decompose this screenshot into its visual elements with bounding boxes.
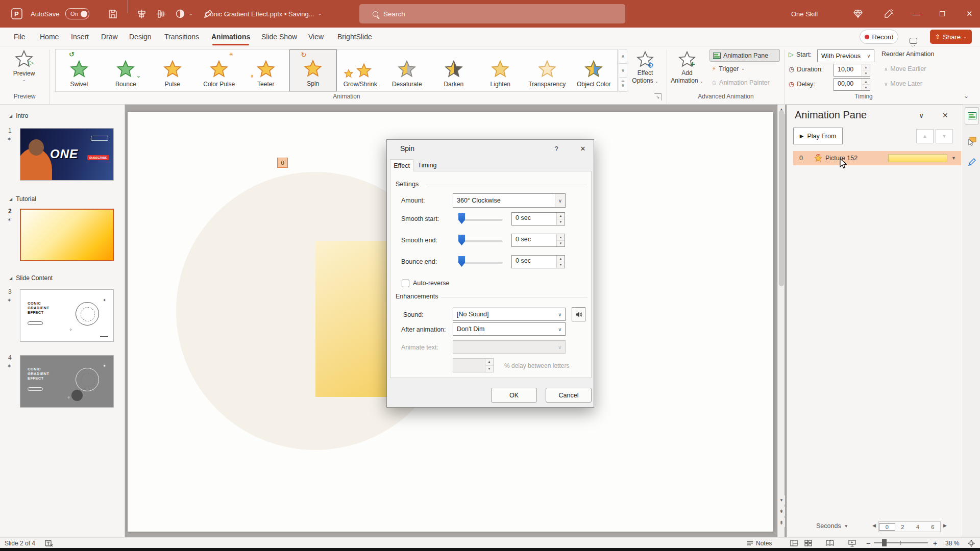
tab-file[interactable]: File — [14, 28, 26, 46]
trigger-button[interactable]: ⚡ Trigger⌄ — [712, 65, 745, 72]
tab-home[interactable]: Home — [40, 28, 59, 46]
effect-transparency[interactable]: Transparency — [524, 49, 571, 91]
shape-fill-icon[interactable] — [176, 0, 185, 28]
move-later-button[interactable]: ∨ Move Later — [884, 80, 922, 87]
effect-bounce[interactable]: ⌄ Bounce — [103, 49, 150, 91]
stepper-up-icon[interactable]: ▲ — [557, 256, 565, 262]
section-tutorial[interactable]: ◢ Tutorial — [9, 195, 36, 203]
tab-view[interactable]: View — [308, 28, 324, 46]
move-down-button[interactable]: ▼ — [936, 129, 953, 143]
animation-order-badge[interactable]: 0 — [277, 158, 288, 168]
stepper-up-icon[interactable]: ▲ — [557, 234, 565, 241]
effect-pulse[interactable]: Pulse — [149, 49, 196, 91]
delay-stepper[interactable]: 00,00 ▲▼ — [834, 78, 870, 91]
autosave-toggle[interactable]: On — [65, 0, 89, 28]
smooth-end-stepper[interactable]: 0 sec ▲▼ — [511, 234, 565, 247]
ink-tools-button[interactable] — [965, 153, 979, 170]
bounce-end-slider[interactable] — [459, 262, 503, 264]
dialog-launcher-icon[interactable]: ↘ — [654, 93, 662, 101]
title-dropdown-icon[interactable]: ⌄ — [318, 11, 322, 16]
move-up-button[interactable]: ▲ — [916, 129, 934, 143]
slide-4-animation-icon[interactable]: ✶ — [7, 363, 11, 369]
scroll-down-icon[interactable]: ▼ — [778, 495, 785, 505]
sound-volume-button[interactable] — [572, 307, 585, 321]
normal-view-button[interactable] — [790, 538, 798, 548]
section-slide-content[interactable]: ◢ Slide Content — [9, 274, 53, 282]
share-button[interactable]: ⇧ Share ⌄ — [930, 30, 972, 44]
item-timeline-bar[interactable] — [888, 154, 947, 162]
auto-reverse-checkbox[interactable] — [402, 280, 409, 287]
canvas-vertical-scrollbar[interactable]: ▲ ▼ ⇞ ⇟ — [777, 105, 785, 537]
pane-close-icon[interactable]: ✕ — [942, 111, 948, 119]
slide-3-animation-icon[interactable]: ✶ — [7, 297, 11, 303]
duration-up-icon[interactable]: ▲ — [862, 64, 870, 70]
reading-view-button[interactable] — [826, 538, 834, 548]
minimize-button[interactable]: — — [913, 0, 920, 28]
add-animation-button[interactable]: + Add Animation ⌄ — [670, 51, 704, 85]
start-select[interactable]: With Previous∨ — [817, 49, 874, 62]
animation-pane-button[interactable]: Animation Pane — [709, 49, 780, 62]
duration-down-icon[interactable]: ▼ — [862, 70, 870, 76]
tab-brightslide[interactable]: BrightSlide — [337, 28, 372, 46]
previous-slide-icon[interactable]: ⇞ — [778, 507, 785, 516]
align-middle-icon[interactable] — [156, 0, 166, 28]
slide-3-thumbnail[interactable]: CONIC GRADIENT EFFECT ✦ ✧ — [20, 289, 114, 342]
stepper-down-icon[interactable]: ▼ — [557, 219, 565, 226]
smooth-start-slider[interactable] — [459, 219, 503, 221]
smooth-start-stepper[interactable]: 0 sec ▲▼ — [511, 212, 565, 226]
zoom-slider[interactable] — [874, 538, 928, 548]
timeline-right-icon[interactable]: ▶ — [943, 523, 947, 528]
fit-slide-button[interactable] — [967, 538, 975, 548]
selection-pane-button[interactable] — [965, 133, 979, 150]
effect-grow-shrink[interactable]: Grow/Shrink — [337, 49, 384, 91]
close-button[interactable]: ✕ — [966, 0, 973, 28]
collapse-ribbon-icon[interactable]: ⌄ — [964, 92, 969, 99]
cancel-button[interactable]: Cancel — [546, 388, 592, 403]
timeline-ruler[interactable]: 0 2 4 6 — [878, 521, 941, 532]
pane-dropdown-icon[interactable]: ∨ — [919, 111, 924, 119]
effect-color-pulse[interactable]: ✳ Color Pulse — [196, 49, 243, 91]
save-icon[interactable] — [108, 0, 118, 28]
seconds-dropdown[interactable]: Seconds ▼ — [816, 522, 848, 530]
section-intro[interactable]: ◢ Intro — [9, 112, 28, 119]
effect-object-color[interactable]: Object Color — [571, 49, 618, 91]
delay-down-icon[interactable]: ▼ — [862, 85, 870, 90]
after-animation-select[interactable]: Don't Dim∨ — [453, 322, 566, 336]
preview-button[interactable]: ▷ Preview ⌄ — [7, 49, 41, 83]
dialog-help-button[interactable]: ? — [546, 140, 567, 157]
bounce-end-stepper[interactable]: 0 sec ▲▼ — [511, 255, 565, 268]
dialog-tab-timing[interactable]: Timing — [413, 159, 441, 171]
effect-swivel[interactable]: ↺ Swivel — [56, 49, 103, 91]
tab-insert[interactable]: Insert — [71, 28, 89, 46]
effect-desaturate[interactable]: Desaturate — [384, 49, 431, 91]
delay-up-icon[interactable]: ▲ — [862, 79, 870, 85]
timeline-left-icon[interactable]: ◀ — [872, 523, 876, 528]
dialog-tab-effect[interactable]: Effect — [390, 159, 413, 171]
tab-draw[interactable]: Draw — [101, 28, 118, 46]
zoom-out-button[interactable]: − — [866, 538, 870, 548]
stepper-up-icon[interactable]: ▲ — [557, 213, 565, 219]
play-from-button[interactable]: ▶ Play From — [793, 128, 843, 144]
stepper-down-icon[interactable]: ▼ — [557, 241, 565, 247]
zoom-in-button[interactable]: + — [933, 538, 937, 548]
stepper-down-icon[interactable]: ▼ — [557, 262, 565, 268]
tab-slide-show[interactable]: Slide Show — [261, 28, 297, 46]
move-earlier-button[interactable]: ∧ Move Earlier — [884, 65, 926, 72]
coming-soon-icon[interactable] — [884, 0, 893, 28]
align-center-icon[interactable] — [137, 0, 146, 28]
tab-transitions[interactable]: Transitions — [164, 28, 199, 46]
dialog-close-button[interactable]: ✕ — [573, 140, 593, 157]
slide-sorter-view-button[interactable] — [804, 538, 812, 548]
effect-lighten[interactable]: Lighten — [477, 49, 524, 91]
duration-stepper[interactable]: 10,00 ▲▼ — [834, 64, 870, 77]
animation-list-item[interactable]: 0 Picture 152 ▼ — [793, 151, 961, 165]
designer-icon[interactable] — [853, 0, 863, 28]
search-input[interactable]: Search — [359, 4, 625, 23]
amount-select[interactable]: 360° Clockwise∨ — [453, 193, 566, 208]
ok-button[interactable]: OK — [491, 388, 537, 403]
effect-spin[interactable]: ↻ Spin — [289, 49, 337, 91]
smooth-end-slider-thumb[interactable] — [458, 235, 465, 245]
record-button[interactable]: Record — [860, 30, 898, 44]
animation-pane-toggle-button[interactable] — [965, 107, 979, 124]
sound-select[interactable]: [No Sound]∨ — [453, 308, 566, 321]
